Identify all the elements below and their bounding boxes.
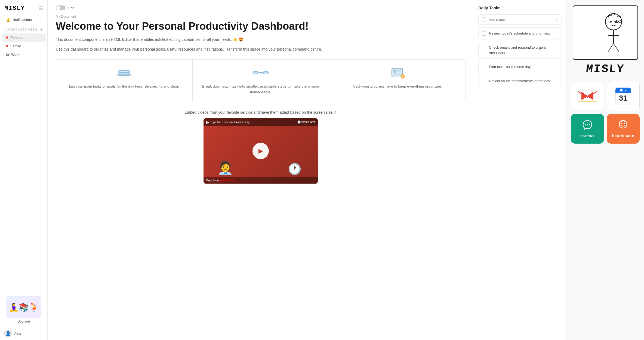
notifications-label: Notifications: [13, 18, 32, 22]
task-1-label: Review today's schedule and priorities.: [489, 31, 550, 36]
edit-label: Edit: [68, 6, 74, 10]
svg-text:★: ★: [402, 76, 404, 78]
headspace-label: headspace: [612, 134, 634, 138]
svg-rect-2: [119, 70, 130, 72]
task-add-checkbox[interactable]: [482, 17, 486, 22]
card-tasks: List your main tasks or goals for the da…: [56, 60, 193, 102]
document-description: This document component is an HTML Edito…: [56, 36, 466, 42]
brand-illustration-svg: [578, 8, 633, 57]
work-label: Work: [11, 52, 19, 57]
apps-panel: MISLY ▦ ● 31: [566, 0, 644, 340]
task-item-1: Review today's schedule and priorities.: [478, 27, 562, 39]
hamburger-icon[interactable]: ☰: [39, 5, 43, 11]
sidebar-header: MISLY ☰: [0, 0, 47, 15]
watch-later-btn[interactable]: 🕐 Watch later: [297, 120, 315, 123]
gmail-icon: [577, 88, 598, 104]
task-add-row[interactable]: ↗: [478, 14, 562, 25]
svg-point-16: [610, 21, 612, 23]
upgrade-illustration: 🧘‍♀️📚🍹: [6, 296, 41, 318]
personal-more-icon[interactable]: ···: [38, 35, 41, 40]
svg-rect-10: [397, 70, 401, 71]
svg-rect-11: [397, 72, 400, 72]
cal-header: ▦ ●: [615, 88, 631, 93]
document-title: Welcome to Your Personal Productivity Da…: [56, 20, 466, 33]
app-tile-chatgpt[interactable]: ChatGPT: [571, 114, 604, 144]
bell-icon: 🔔: [6, 18, 10, 22]
svg-point-19: [585, 124, 586, 125]
card-tasks-text: List your main tasks or goals for the da…: [69, 84, 179, 89]
task-1-checkbox[interactable]: [482, 31, 486, 36]
video-caption: Embed videos from your favorite service …: [56, 110, 466, 115]
chatgpt-svg: [582, 119, 593, 130]
svg-point-20: [587, 124, 588, 125]
svg-rect-9: [393, 70, 396, 73]
svg-point-24: [624, 123, 625, 124]
card-steps: Break down each task into smaller, actio…: [193, 60, 329, 102]
dashboards-section-label: DASHBOARDS +: [0, 24, 47, 33]
chatgpt-icon: [582, 119, 593, 133]
task-2-label: Check emails and respond to urgent messa…: [489, 45, 558, 55]
video-cartoon: 🧑‍💼: [217, 160, 233, 175]
user-name-label: Alex: [14, 332, 21, 336]
sidebar-item-notifications[interactable]: 🔔 Notifications: [2, 15, 46, 24]
task-3-label: Plan tasks for the next day: [489, 64, 531, 69]
add-dashboard-icon[interactable]: +: [40, 27, 43, 32]
tasks-panel: Daily Tasks ↗ Review today's schedule an…: [474, 0, 566, 340]
task-item-3: Plan tasks for the next day: [478, 61, 562, 73]
misly-brand-section: MISLY: [571, 5, 640, 76]
card-progress: ★ Track your progress here to keep every…: [329, 60, 465, 102]
svg-rect-4: [253, 71, 258, 74]
upgrade-button[interactable]: Upgrade: [3, 320, 45, 323]
video-play-button[interactable]: ▶: [252, 143, 269, 159]
sidebar-item-family[interactable]: Family: [2, 42, 46, 50]
tasks-icon: [115, 66, 133, 79]
svg-rect-5: [263, 71, 269, 74]
task-add-input[interactable]: [489, 18, 552, 22]
task-item-2: Check emails and respond to urgent messa…: [478, 42, 562, 58]
user-profile[interactable]: 👤 Alex: [0, 327, 47, 340]
calendar-icon: ▦ ● 31: [615, 88, 631, 104]
cal-date: 31: [615, 93, 631, 104]
misly-large-logo: MISLY: [570, 63, 640, 76]
app-tile-gmail[interactable]: [571, 81, 604, 111]
task-2-checkbox[interactable]: [482, 48, 486, 52]
svg-point-7: [260, 72, 261, 73]
youtube-label: ▶ YouTube: [220, 179, 235, 182]
app-tile-calendar[interactable]: ▦ ● 31: [607, 81, 640, 111]
tasks-panel-title: Daily Tasks: [478, 5, 562, 10]
task-4-checkbox[interactable]: [482, 79, 486, 83]
sidebar-item-work[interactable]: ▦ Work: [2, 51, 46, 58]
edit-toggle[interactable]: [56, 5, 66, 10]
family-label: Family: [10, 44, 21, 48]
video-embed[interactable]: ▶ Tips for Personal Productivity 🕐 Watch…: [204, 118, 318, 184]
top-bar: Edit: [56, 5, 466, 10]
sidebar: MISLY ☰ 🔔 Notifications DASHBOARDS + Per…: [0, 0, 48, 340]
video-section: Embed videos from your favorite service …: [56, 110, 466, 184]
feature-cards: List your main tasks or goals for the da…: [56, 59, 466, 102]
task-3-checkbox[interactable]: [482, 65, 486, 69]
app-tile-headspace[interactable]: headspace: [607, 114, 640, 144]
video-title: Tips for Personal Productivity: [211, 120, 250, 124]
document-body: Use this dashboard to organize and manag…: [56, 46, 466, 53]
task-add-arrow-icon: ↗: [555, 17, 558, 22]
video-bottom-bar: Watch on ▶ YouTube: [204, 177, 318, 184]
main-content: Edit My Document Welcome to Your Persona…: [48, 0, 474, 340]
misly-illustration: [573, 5, 638, 60]
headspace-svg: [616, 119, 630, 130]
headspace-content: headspace: [612, 119, 634, 138]
apps-grid: ▦ ● 31 ChatGPT: [571, 81, 640, 144]
headspace-face-icon: [612, 119, 634, 132]
card-steps-text: Break down each task into smaller, actio…: [198, 84, 323, 95]
chatgpt-label: ChatGPT: [580, 134, 594, 138]
gmail-svg: [577, 88, 598, 104]
personal-label: Personal: [10, 36, 24, 40]
task-4-label: Reflect on the achievements of the day: [489, 79, 550, 84]
document-meta-label: My Document: [56, 15, 466, 18]
sidebar-item-personal[interactable]: Personal ···: [2, 33, 46, 42]
task-item-4: Reflect on the achievements of the day: [478, 75, 562, 87]
family-dot: [6, 45, 8, 47]
svg-point-23: [621, 123, 622, 124]
youtube-logo-icon: ▶: [206, 120, 209, 124]
steps-icon: [252, 66, 269, 79]
sidebar-logo: MISLY: [4, 5, 25, 12]
